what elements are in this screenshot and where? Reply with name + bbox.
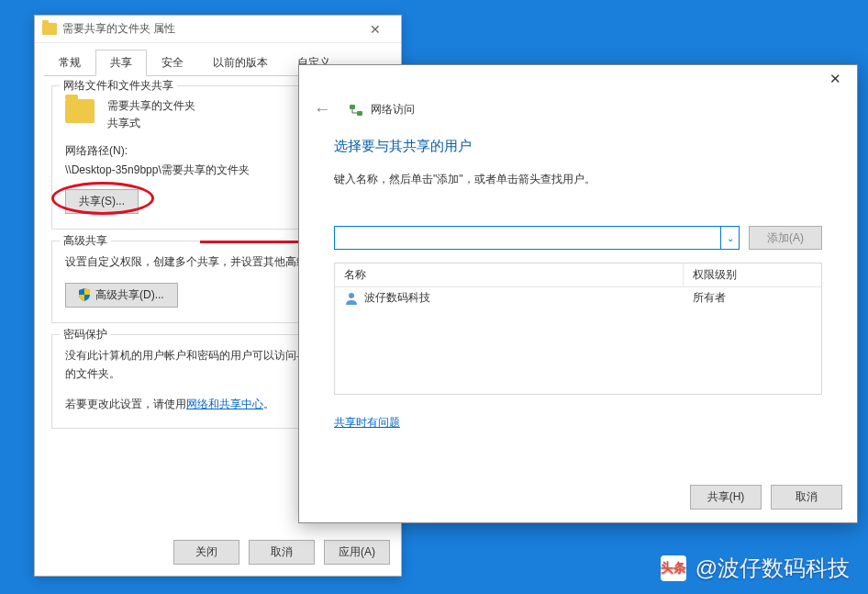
folder-icon	[65, 99, 95, 123]
advanced-share-label: 高级共享(D)...	[95, 287, 164, 303]
cancel-button[interactable]: 取消	[771, 485, 842, 510]
table-header: 名称 权限级别	[335, 263, 821, 287]
dialog-footer: 关闭 取消 应用(A)	[173, 540, 390, 565]
network-share-icon	[349, 103, 363, 118]
group-title: 密码保护	[60, 327, 111, 342]
password-text2-suffix: 。	[263, 398, 274, 410]
watermark-text: @波仔数码科技	[696, 554, 850, 583]
instruction-text: 选择要与其共享的用户	[334, 138, 822, 155]
close-btn[interactable]: 关闭	[173, 540, 239, 565]
network-access-dialog: ✕ ← 网络访问 选择要与其共享的用户 键入名称，然后单击"添加"，或者单击箭头…	[298, 64, 858, 523]
folder-name: 需要共享的文件夹	[107, 97, 195, 115]
user-icon	[344, 291, 359, 306]
cancel-btn[interactable]: 取消	[249, 540, 315, 565]
tab-security[interactable]: 安全	[147, 50, 198, 76]
network-body: 选择要与其共享的用户 键入名称，然后单击"添加"，或者单击箭头查找用户。 ⌄ 添…	[299, 132, 857, 431]
properties-title: 需要共享的文件夹 属性	[62, 21, 357, 37]
properties-titlebar: 需要共享的文件夹 属性 ✕	[35, 16, 401, 43]
dropdown-button[interactable]: ⌄	[720, 227, 739, 249]
svg-rect-0	[350, 105, 355, 109]
shield-icon	[79, 288, 90, 301]
back-arrow-icon: ←	[314, 100, 330, 119]
network-header: ← 网络访问	[299, 93, 857, 132]
column-name[interactable]: 名称	[335, 263, 684, 286]
tab-sharing[interactable]: 共享	[95, 50, 147, 76]
table-row[interactable]: 波仔数码科技 所有者	[335, 287, 821, 308]
network-center-link[interactable]: 网络和共享中心	[186, 398, 263, 410]
user-name-input[interactable]: ⌄	[334, 226, 740, 250]
network-breadcrumb: 网络访问	[371, 102, 415, 118]
watermark: 头条 @波仔数码科技	[661, 554, 850, 583]
advanced-share-button[interactable]: 高级共享(D)...	[65, 283, 178, 308]
watermark-icon: 头条	[661, 555, 686, 581]
group-title: 高级共享	[60, 233, 111, 249]
network-titlebar: ✕	[299, 65, 857, 93]
share-status: 共享式	[107, 115, 195, 132]
close-button[interactable]: ✕	[817, 66, 853, 92]
share-button[interactable]: 共享(H)	[690, 485, 762, 510]
column-permission[interactable]: 权限级别	[684, 263, 821, 286]
svg-point-2	[349, 293, 354, 298]
apply-btn[interactable]: 应用(A)	[324, 540, 390, 565]
user-permission: 所有者	[684, 287, 821, 308]
network-footer: 共享(H) 取消	[690, 485, 842, 510]
password-text2-prefix: 若要更改此设置，请使用	[65, 398, 186, 410]
instruction-subtext: 键入名称，然后单击"添加"，或者单击箭头查找用户。	[334, 172, 822, 187]
share-button[interactable]: 共享(S)...	[65, 189, 139, 214]
folder-icon	[42, 23, 57, 35]
tab-previous-versions[interactable]: 以前的版本	[198, 50, 283, 76]
user-name: 波仔数码科技	[364, 290, 430, 306]
close-button[interactable]: ✕	[357, 17, 394, 42]
group-title: 网络文件和文件夹共享	[60, 78, 177, 94]
add-button[interactable]: 添加(A)	[749, 226, 822, 250]
tab-general[interactable]: 常规	[44, 50, 95, 76]
trouble-sharing-link[interactable]: 共享时有问题	[334, 415, 400, 431]
user-table: 名称 权限级别 波仔数码科技 所有者	[334, 263, 822, 395]
svg-rect-1	[357, 111, 362, 116]
